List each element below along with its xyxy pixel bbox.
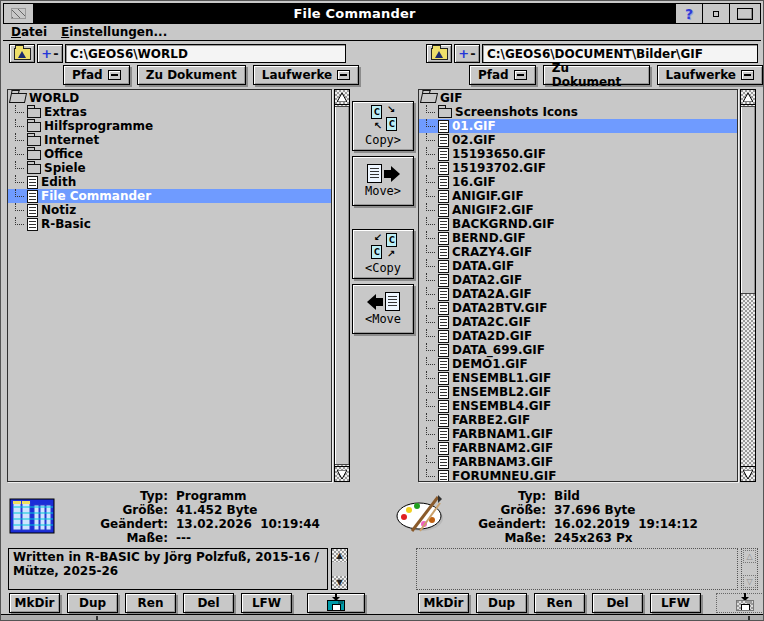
scroll-up-arrow[interactable]: [741, 90, 755, 105]
scroll-thumb[interactable]: [741, 106, 755, 294]
tree-item[interactable]: DATA2.GIF: [419, 273, 737, 287]
tree-item[interactable]: FARBE2.GIF: [419, 413, 737, 427]
minimize-button[interactable]: [702, 4, 729, 23]
tree-item[interactable]: 16.GIF: [419, 175, 737, 189]
tree-item[interactable]: FARBNAM2.GIF: [419, 441, 737, 455]
titlebar: File Commander ?: [3, 3, 761, 24]
tree-item[interactable]: File Commander: [8, 189, 331, 203]
move-left-button[interactable]: <Move: [352, 284, 414, 334]
tree-item[interactable]: R-Basic: [8, 217, 331, 231]
zu-dokument-button-left[interactable]: Zu Dokument: [137, 65, 246, 85]
laufwerke-button-right[interactable]: Laufwerke: [657, 65, 763, 85]
scrollbar-right-pane[interactable]: [740, 89, 756, 482]
copy-left-button[interactable]: ↙↗ <Copy: [352, 229, 414, 279]
tree-item[interactable]: DATA2A.GIF: [419, 287, 737, 301]
laufwerke-button-left[interactable]: Laufwerke: [253, 65, 359, 85]
tree-item[interactable]: Notiz: [8, 203, 331, 217]
tree-item[interactable]: CRAZY4.GIF: [419, 245, 737, 259]
mkdir-button-left[interactable]: MkDir: [9, 593, 60, 613]
menu-datei[interactable]: Datei: [11, 25, 47, 39]
tree-item[interactable]: ENSEMBL1.GIF: [419, 371, 737, 385]
file-name: BERND.GIF: [452, 231, 526, 245]
tree-item[interactable]: Hilfsprogramme: [8, 119, 331, 133]
tree-item[interactable]: Edith: [8, 175, 331, 189]
folder-icon: [438, 108, 452, 118]
pfad-button-left[interactable]: Pfad: [63, 65, 130, 85]
expand-collapse-button-right[interactable]: +-: [454, 44, 480, 63]
file-icon: [438, 162, 449, 175]
scroll-down-arrow[interactable]: ▼: [332, 576, 347, 589]
tree-item[interactable]: ENSEMBL2.GIF: [419, 385, 737, 399]
up-directory-button-left[interactable]: [9, 44, 35, 63]
tree-connector: [426, 203, 435, 211]
tree-item[interactable]: Office: [8, 147, 331, 161]
tree-item[interactable]: 01.GIF: [419, 119, 737, 133]
tree-item[interactable]: Internet: [8, 133, 331, 147]
tree-connector: [426, 399, 435, 407]
tree-item[interactable]: ENSEMBL4.GIF: [419, 399, 737, 413]
tree-item[interactable]: FORUMNEU.GIF: [419, 469, 737, 482]
pfad-label: Pfad: [478, 68, 509, 82]
tree-item[interactable]: 15193702.GIF: [419, 161, 737, 175]
tree-item[interactable]: ANIGIF.GIF: [419, 189, 737, 203]
dup-button-left[interactable]: Dup: [67, 593, 118, 613]
zu-dokument-label: Zu Dokument: [552, 61, 641, 89]
tree-connector: [426, 371, 435, 379]
tree-item[interactable]: DEMO1.GIF: [419, 357, 737, 371]
help-button[interactable]: ?: [675, 4, 702, 23]
tree-connector: [426, 413, 435, 421]
tree-root-item[interactable]: GIF: [419, 91, 737, 105]
del-button-right[interactable]: Del: [592, 593, 643, 613]
file-name: ENSEMBL4.GIF: [452, 399, 551, 413]
up-directory-button-right[interactable]: [426, 44, 452, 63]
tree-item[interactable]: Extras: [8, 105, 331, 119]
menu-einstellungen[interactable]: Einstellungen...: [61, 25, 167, 39]
pfad-button-right[interactable]: Pfad: [469, 65, 536, 85]
tree-item[interactable]: Spiele: [8, 161, 331, 175]
tree-item[interactable]: DATA.GIF: [419, 259, 737, 273]
maximize-button[interactable]: [729, 4, 760, 23]
tree-root-item[interactable]: WORLD: [8, 91, 331, 105]
expand-collapse-button-left[interactable]: +-: [37, 44, 63, 63]
scroll-up-arrow[interactable]: ▲: [332, 549, 347, 562]
tree-item[interactable]: DATA2D.GIF: [419, 329, 737, 343]
tree-item[interactable]: BACKGRND.GIF: [419, 217, 737, 231]
file-name: FARBE2.GIF: [452, 413, 530, 427]
tree-item[interactable]: 02.GIF: [419, 133, 737, 147]
path-field-left[interactable]: C:\GEOS6\WORLD: [65, 44, 346, 63]
masse-value: ---: [168, 531, 320, 545]
tree-item[interactable]: DATA_699.GIF: [419, 343, 737, 357]
tree-item[interactable]: DATA2C.GIF: [419, 315, 737, 329]
file-tree-right[interactable]: GIFScreenshots Icons01.GIF02.GIF15193650…: [418, 89, 738, 482]
groesse-value: 37.696 Byte: [546, 503, 698, 517]
scroll-thumb[interactable]: [335, 106, 349, 465]
zu-dokument-button-right[interactable]: Zu Dokument: [543, 65, 650, 85]
del-button-left[interactable]: Del: [183, 593, 234, 613]
write-to-disk-button-left[interactable]: [307, 593, 365, 613]
ren-button-left[interactable]: Ren: [125, 593, 176, 613]
file-icon: [438, 344, 449, 357]
ren-button-right[interactable]: Ren: [534, 593, 585, 613]
tree-connector: [426, 469, 435, 477]
system-menu-button[interactable]: [4, 4, 34, 23]
lfw-button-left[interactable]: LFW: [241, 593, 292, 613]
tree-item[interactable]: FARBNAM1.GIF: [419, 427, 737, 441]
mkdir-button-right[interactable]: MkDir: [418, 593, 469, 613]
move-right-button[interactable]: Move>: [352, 156, 414, 206]
scroll-down-arrow[interactable]: [741, 466, 755, 481]
lfw-button-right[interactable]: LFW: [650, 593, 701, 613]
tree-item[interactable]: Screenshots Icons: [419, 105, 737, 119]
zu-dokument-label: Zu Dokument: [146, 68, 237, 82]
file-tree-left[interactable]: WORLDExtrasHilfsprogrammeInternetOfficeS…: [7, 89, 332, 482]
copy-right-button[interactable]: ↘↖ Copy>: [352, 101, 414, 151]
about-scrollbar[interactable]: ▲ ▼: [331, 548, 348, 590]
dup-button-right[interactable]: Dup: [476, 593, 527, 613]
tree-item[interactable]: 15193650.GIF: [419, 147, 737, 161]
tree-item[interactable]: ANIGIF2.GIF: [419, 203, 737, 217]
scroll-down-arrow[interactable]: [335, 466, 349, 481]
tree-item[interactable]: BERND.GIF: [419, 231, 737, 245]
tree-item[interactable]: DATA2BTV.GIF: [419, 301, 737, 315]
scrollbar-left-pane[interactable]: [334, 89, 350, 482]
tree-item[interactable]: FARBNAM3.GIF: [419, 455, 737, 469]
scroll-up-arrow[interactable]: [335, 90, 349, 105]
